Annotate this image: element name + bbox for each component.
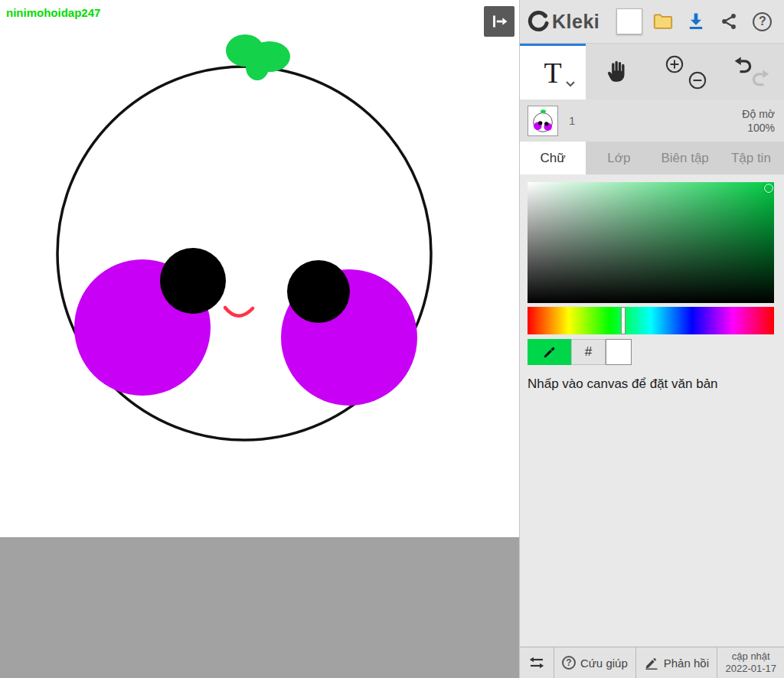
layer-thumbnail-preview bbox=[528, 106, 557, 135]
help-icon: ? bbox=[753, 12, 772, 31]
right-panel: Kleki bbox=[519, 0, 784, 678]
opacity-control[interactable]: Độ mờ 100% bbox=[742, 107, 775, 135]
tab-tap-tin[interactable]: Tập tin bbox=[718, 142, 784, 174]
zoom-out-button[interactable] bbox=[688, 70, 707, 90]
hint-text: Nhấp vào canvas để đặt văn bản bbox=[528, 376, 718, 392]
pen-icon bbox=[644, 655, 659, 670]
tab-bien-tap[interactable]: Biên tập bbox=[652, 142, 718, 174]
watermark-text: ninimohoidap247 bbox=[6, 6, 100, 19]
share-icon bbox=[719, 11, 739, 31]
panel-tabs: Chữ Lớp Biên tập Tập tin bbox=[520, 142, 784, 174]
help-footer-button[interactable]: ? Cứu giúp bbox=[554, 647, 636, 678]
kleki-app: ninimohoidap247 Kleki bbox=[0, 0, 784, 678]
canvas-area: ninimohoidap247 bbox=[0, 0, 519, 678]
layer-number: 1 bbox=[569, 114, 575, 127]
open-file-button[interactable] bbox=[649, 7, 677, 36]
kleki-logo: Kleki bbox=[528, 11, 599, 33]
text-tool-glyph: T bbox=[544, 58, 562, 87]
folder-icon bbox=[652, 10, 675, 33]
download-icon bbox=[685, 11, 707, 32]
zoom-in-button[interactable] bbox=[665, 54, 684, 74]
collapse-icon bbox=[489, 11, 509, 31]
collapse-panel-button[interactable] bbox=[484, 6, 514, 37]
picker-marker[interactable] bbox=[764, 184, 773, 193]
feedback-button[interactable]: Phản hồi bbox=[636, 647, 717, 678]
help-button[interactable]: ? bbox=[749, 7, 776, 36]
tool-row: T bbox=[520, 44, 784, 99]
hand-icon bbox=[605, 58, 632, 86]
download-button[interactable] bbox=[682, 7, 710, 36]
layer-bar: 1 Độ mờ 100% bbox=[520, 99, 784, 142]
text-tool-button[interactable]: T bbox=[520, 44, 586, 99]
panel-footer: ? Cứu giúp Phản hồi cập nhật 2022-01-17 bbox=[520, 647, 784, 678]
zoom-tools bbox=[652, 44, 718, 99]
tab-chu[interactable]: Chữ bbox=[520, 142, 586, 174]
hue-slider[interactable] bbox=[528, 307, 774, 334]
swap-button[interactable] bbox=[520, 647, 554, 678]
update-label: cập nhật bbox=[726, 650, 777, 663]
hex-button[interactable]: # bbox=[571, 339, 606, 365]
kleki-logo-icon bbox=[528, 11, 549, 32]
drawing-canvas[interactable]: ninimohoidap247 bbox=[0, 0, 519, 537]
feedback-label: Phản hồi bbox=[664, 657, 709, 670]
eyedropper-button[interactable] bbox=[528, 339, 571, 365]
layer-thumbnail[interactable] bbox=[528, 106, 558, 136]
color-buttons: # bbox=[528, 339, 632, 365]
history-tools bbox=[718, 44, 784, 99]
update-date: 2022-01-17 bbox=[726, 663, 777, 675]
canvas-drawing[interactable] bbox=[0, 0, 519, 537]
update-info: cập nhật 2022-01-17 bbox=[718, 647, 784, 678]
opacity-label: Độ mờ bbox=[742, 107, 775, 121]
tab-lop[interactable]: Lớp bbox=[586, 142, 652, 174]
hand-tool-button[interactable] bbox=[586, 44, 652, 99]
eyedropper-icon bbox=[541, 344, 558, 360]
opacity-value: 100% bbox=[742, 121, 775, 135]
color-swatch[interactable] bbox=[606, 339, 632, 365]
new-canvas-button[interactable] bbox=[616, 7, 643, 36]
panel-header: Kleki bbox=[520, 0, 784, 44]
saturation-value-picker[interactable] bbox=[528, 182, 774, 303]
swap-icon bbox=[528, 654, 546, 672]
app-title: Kleki bbox=[552, 11, 599, 33]
share-button[interactable] bbox=[715, 7, 743, 36]
question-circle-icon: ? bbox=[562, 656, 576, 670]
hue-marker[interactable] bbox=[621, 307, 626, 334]
new-canvas-icon bbox=[616, 8, 642, 34]
redo-button[interactable] bbox=[750, 67, 773, 90]
help-footer-label: Cứu giúp bbox=[580, 657, 628, 670]
chevron-down-icon bbox=[566, 81, 575, 87]
